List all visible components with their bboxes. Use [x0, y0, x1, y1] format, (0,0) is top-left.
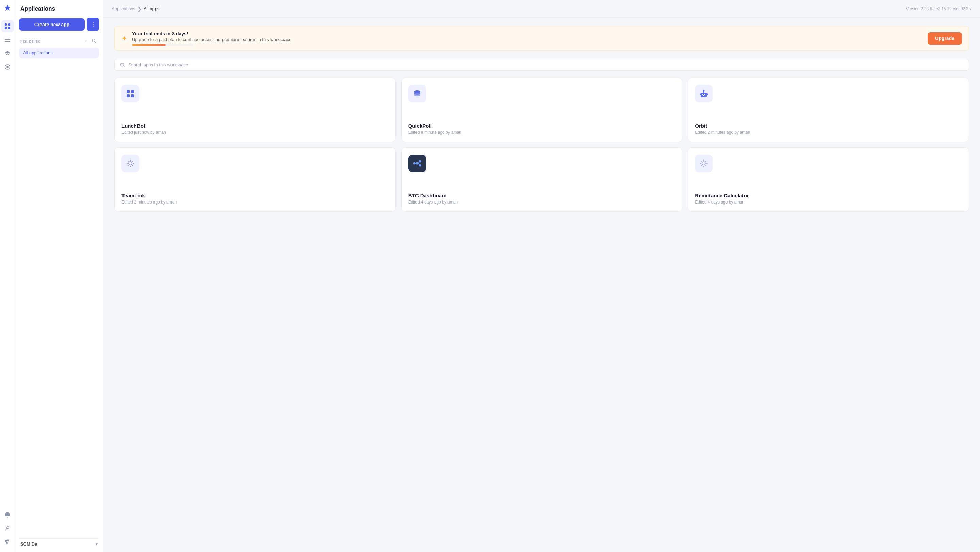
svg-rect-0 [5, 24, 7, 25]
app-meta-lunchbot: Edited just now by aman [121, 130, 388, 135]
main-content: Applications ❯ All apps Version 2.33.6-e… [103, 0, 980, 552]
nav-icon-grid[interactable] [2, 20, 14, 32]
app-card-teamlink[interactable]: TeamLink Edited 2 minutes ago by aman [115, 147, 396, 212]
svg-rect-17 [702, 94, 703, 95]
sidebar: Applications Create new app ⋮ FOLDERS + … [15, 0, 103, 552]
app-name-remittance: Remittance Calculator [695, 192, 962, 199]
app-name-btcdashboard: BTC Dashboard [408, 192, 675, 199]
svg-rect-23 [707, 93, 708, 95]
upgrade-button[interactable]: Upgrade [928, 32, 962, 45]
app-name-teamlink: TeamLink [121, 192, 388, 199]
svg-line-32 [128, 165, 129, 166]
app-name-lunchbot: LunchBot [121, 123, 388, 129]
trial-progress-bar [132, 44, 166, 46]
svg-rect-2 [5, 27, 7, 29]
app-card-remittance[interactable]: Remittance Calculator Edited 4 days ago … [688, 147, 969, 212]
chevron-down-icon[interactable]: ▾ [95, 542, 98, 547]
app-meta-teamlink: Edited 2 minutes ago by aman [121, 200, 388, 205]
workspace-name: SCM De [21, 541, 37, 547]
app-meta-btcdashboard: Edited 4 days ago by aman [408, 200, 675, 205]
breadcrumb-current: All apps [143, 6, 159, 11]
svg-rect-19 [703, 95, 705, 96]
svg-line-48 [701, 165, 702, 166]
trial-banner-icon: ✦ [121, 34, 127, 43]
svg-rect-13 [127, 94, 130, 97]
nav-icon-settings[interactable] [2, 536, 14, 548]
svg-rect-16 [701, 92, 707, 97]
svg-line-45 [701, 161, 702, 162]
trial-banner-subtitle: Upgrade to a paid plan to continue acces… [132, 37, 923, 42]
nav-icon-plug[interactable] [2, 61, 14, 73]
svg-line-29 [128, 161, 129, 162]
breadcrumb: Applications ❯ All apps [111, 6, 159, 11]
search-folder-button[interactable] [90, 38, 98, 45]
svg-line-38 [418, 162, 419, 163]
app-icon-teamlink [121, 154, 139, 172]
app-icon-remittance [695, 154, 713, 172]
trial-banner-text: Your trial ends in 8 days! Upgrade to a … [132, 31, 923, 46]
sidebar-footer: SCM De ▾ [19, 538, 99, 547]
nav-icon-layers[interactable] [2, 47, 14, 60]
svg-line-46 [706, 165, 706, 166]
svg-line-31 [132, 161, 133, 162]
app-card-lunchbot[interactable]: LunchBot Edited just now by aman [115, 78, 396, 142]
app-icon-lunchbot [121, 85, 139, 102]
folders-actions: + [83, 38, 98, 45]
trial-banner-title: Your trial ends in 8 days! [132, 31, 923, 37]
svg-rect-5 [5, 40, 10, 40]
app-icon-quickpoll [408, 85, 426, 102]
svg-rect-1 [8, 24, 10, 25]
app-icon-btcdashboard [408, 154, 426, 172]
svg-point-9 [92, 39, 95, 42]
app-meta-remittance: Edited 4 days ago by aman [695, 200, 962, 205]
sidebar-item-all-applications[interactable]: All applications [19, 48, 99, 58]
app-meta-orbit: Edited 2 minutes ago by aman [695, 130, 962, 135]
svg-point-8 [6, 66, 8, 68]
app-card-btcdashboard[interactable]: BTC Dashboard Edited 4 days ago by aman [401, 147, 682, 212]
svg-point-24 [129, 162, 132, 165]
svg-point-34 [413, 162, 415, 165]
app-icon-orbit [695, 85, 713, 102]
content-area: ✦ Your trial ends in 8 days! Upgrade to … [103, 18, 980, 552]
svg-rect-14 [131, 94, 134, 97]
app-logo [3, 4, 11, 13]
search-input[interactable] [128, 62, 963, 67]
topbar: Applications ❯ All apps Version 2.33.6-e… [103, 0, 980, 18]
nav-icon-bell[interactable] [2, 508, 14, 521]
app-grid: LunchBot Edited just now by aman QuickPo… [115, 78, 969, 212]
search-bar [115, 59, 969, 71]
add-folder-button[interactable]: + [83, 38, 89, 45]
app-card-orbit[interactable]: Orbit Edited 2 minutes ago by aman [688, 78, 969, 142]
folders-label: FOLDERS + [19, 38, 99, 45]
create-btn-row: Create new app ⋮ [19, 18, 99, 31]
app-meta-quickpoll: Edited a minute ago by aman [408, 130, 675, 135]
nav-icon-feather[interactable] [2, 522, 14, 534]
search-icon [120, 63, 125, 67]
svg-line-39 [418, 163, 419, 164]
svg-rect-22 [700, 93, 701, 95]
svg-point-36 [418, 164, 421, 167]
svg-point-10 [121, 63, 124, 66]
svg-point-33 [416, 162, 418, 165]
breadcrumb-separator: ❯ [137, 6, 142, 11]
svg-line-30 [132, 165, 133, 166]
svg-rect-3 [8, 27, 10, 29]
svg-rect-12 [131, 90, 134, 93]
create-btn-menu-button[interactable]: ⋮ [87, 18, 99, 31]
app-name-orbit: Orbit [695, 123, 962, 129]
version-label: Version 2.33.6-ee2.15.19-cloud2.3.7 [906, 6, 972, 11]
svg-rect-4 [5, 38, 10, 38]
svg-line-47 [706, 161, 706, 162]
svg-point-40 [702, 162, 705, 165]
svg-point-21 [703, 90, 705, 92]
breadcrumb-parent[interactable]: Applications [111, 6, 135, 11]
icon-rail [0, 0, 15, 552]
sidebar-title: Applications [19, 5, 99, 12]
svg-point-35 [418, 160, 421, 163]
svg-rect-6 [5, 41, 10, 42]
svg-rect-11 [127, 90, 130, 93]
trial-banner: ✦ Your trial ends in 8 days! Upgrade to … [115, 26, 969, 51]
nav-icon-list[interactable] [2, 34, 14, 46]
create-new-app-button[interactable]: Create new app [19, 18, 85, 31]
app-card-quickpoll[interactable]: QuickPoll Edited a minute ago by aman [401, 78, 682, 142]
